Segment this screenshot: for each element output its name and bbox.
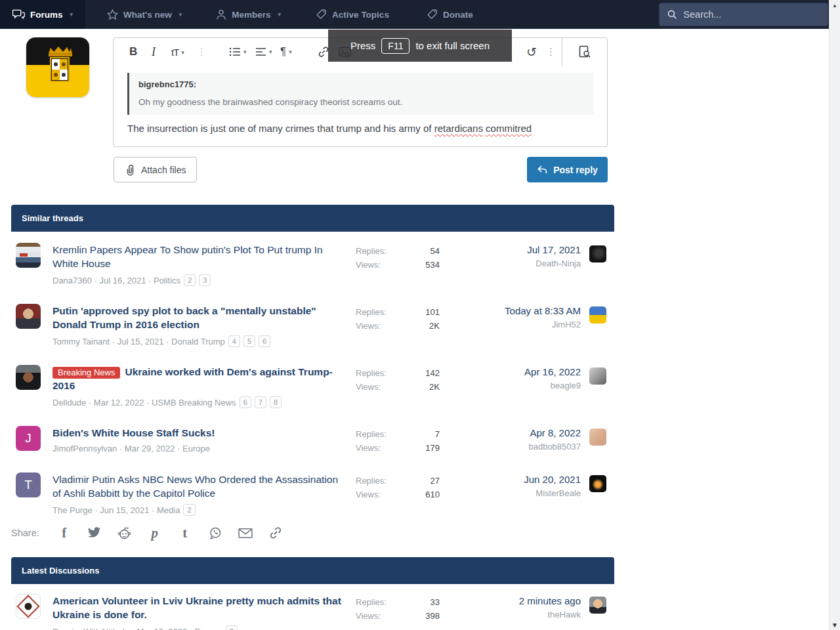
- last-post-user-link[interactable]: beagle9: [524, 381, 581, 390]
- italic-button[interactable]: I: [152, 45, 156, 59]
- scrollbar-up-icon[interactable]: ▲: [830, 3, 840, 9]
- more-options-button[interactable]: ⋮: [197, 46, 207, 58]
- thread-avatar[interactable]: J: [16, 426, 41, 451]
- last-post-avatar[interactable]: [589, 475, 606, 492]
- quote-author: bigrebnc1775:: [138, 79, 585, 89]
- thread-meta-text[interactable]: JimofPennsylvan · Mar 29, 2022 · Europe: [52, 444, 210, 453]
- scrollbar-track[interactable]: ▲ ▼: [829, 0, 840, 630]
- thread-meta-text[interactable]: Delldude · Mar 12, 2022 · USMB Breaking …: [52, 398, 236, 408]
- page-badge[interactable]: 2: [184, 274, 196, 286]
- thread-meta-text[interactable]: The Purge · Jun 15, 2021 · Media: [52, 505, 180, 515]
- page-badge[interactable]: 2: [226, 625, 238, 630]
- chevron-down-icon[interactable]: ▾: [179, 11, 182, 18]
- thread-title-link[interactable]: Putin 'approved spy plot to back a "ment…: [52, 305, 316, 330]
- views-label: Views:: [356, 488, 394, 501]
- bold-button[interactable]: B: [129, 45, 137, 58]
- search-box[interactable]: [659, 3, 828, 26]
- page-badge[interactable]: 4: [228, 335, 240, 347]
- thread-title-link[interactable]: Biden's White House Staff Sucks!: [52, 427, 215, 438]
- share-pinterest-icon[interactable]: p: [147, 525, 163, 541]
- preview-button[interactable]: [562, 38, 607, 66]
- last-post-date-link[interactable]: Apr 16, 2022: [524, 366, 581, 377]
- views-value: 179: [394, 441, 440, 455]
- share-row: Share: f p t: [11, 524, 284, 542]
- thread-meta-text[interactable]: RussianWithAttitude · Mar 12, 2022 · Eur…: [52, 627, 222, 630]
- last-post-date-link[interactable]: Today at 8:33 AM: [505, 305, 581, 316]
- page-badge[interactable]: 3: [199, 274, 211, 286]
- last-post-user-link[interactable]: MisterBeale: [524, 488, 581, 498]
- page-badge[interactable]: 6: [240, 396, 251, 408]
- share-tumblr-icon[interactable]: t: [177, 525, 193, 541]
- nav-item-donate[interactable]: Donate: [415, 0, 486, 29]
- views-value: 2K: [394, 380, 440, 394]
- last-post-date-link[interactable]: Jul 17, 2021: [527, 244, 581, 255]
- share-email-icon[interactable]: [238, 528, 253, 539]
- undo-button[interactable]: ↺: [526, 45, 537, 60]
- last-post-avatar[interactable]: [589, 306, 606, 324]
- align-button[interactable]: ▾: [255, 47, 272, 57]
- page-badge[interactable]: 8: [270, 396, 282, 408]
- last-post-avatar[interactable]: [589, 597, 606, 614]
- replies-value: 101: [394, 305, 440, 319]
- thread-meta-text[interactable]: Dana7360 · Jul 16, 2021 · Politics: [52, 276, 180, 285]
- nav-item-members[interactable]: Members ▾: [203, 0, 293, 29]
- chevron-down-icon[interactable]: ▾: [70, 11, 74, 18]
- page-badge[interactable]: 7: [255, 396, 266, 408]
- text-size-button[interactable]: tT▾: [171, 47, 184, 58]
- reply-icon: [537, 165, 548, 175]
- thread-title-link[interactable]: Kremlin Papers Appear To Show putin's Pl…: [52, 244, 323, 269]
- page-badge[interactable]: 6: [259, 335, 270, 347]
- list-button[interactable]: ▾: [229, 47, 247, 57]
- page-badge[interactable]: 5: [243, 335, 255, 347]
- current-user-avatar[interactable]: [26, 37, 89, 97]
- nav-item-active-topics[interactable]: Active Topics: [304, 0, 402, 29]
- views-value: 610: [394, 488, 440, 501]
- last-post-user-link[interactable]: Death-Ninja: [527, 259, 581, 268]
- last-post-user-link[interactable]: theHawk: [519, 610, 581, 620]
- nav-item-whats-new[interactable]: What's new ▾: [94, 0, 194, 29]
- last-post-date-link[interactable]: Apr 8, 2022: [528, 427, 581, 438]
- search-input[interactable]: [683, 9, 820, 20]
- last-post-user-link[interactable]: JimH52: [505, 320, 581, 329]
- post-reply-button[interactable]: Post reply: [527, 157, 608, 182]
- thread-last-post: Apr 8, 2022 badbob85037: [440, 426, 606, 455]
- chevron-down-icon[interactable]: ▾: [278, 11, 282, 18]
- thread-meta-text[interactable]: Tommy Tainant · Jul 15, 2021 · Donald Tr…: [52, 337, 225, 346]
- reply-editor-text[interactable]: The insurrection is just one of many cri…: [127, 123, 594, 134]
- align-icon: [255, 47, 266, 57]
- last-post-date-link[interactable]: 2 minutes ago: [519, 595, 581, 606]
- nav-item-forums[interactable]: Forums ▾: [0, 0, 85, 29]
- thread-avatar[interactable]: [16, 243, 41, 268]
- share-reddit-icon[interactable]: [117, 526, 133, 539]
- misspelled-word: retardicans: [434, 123, 483, 134]
- more-options-button[interactable]: ⋮: [546, 46, 556, 58]
- last-post-avatar[interactable]: [589, 368, 606, 385]
- share-link-icon[interactable]: [268, 526, 284, 539]
- last-post-avatar[interactable]: [589, 245, 606, 262]
- share-facebook-icon[interactable]: f: [56, 525, 72, 541]
- thread-avatar[interactable]: [16, 304, 41, 329]
- views-value: 398: [394, 609, 440, 623]
- reply-text: The insurrection is just one of many cri…: [127, 123, 434, 134]
- coat-of-arms-icon: [45, 44, 75, 86]
- share-twitter-icon[interactable]: [87, 527, 102, 539]
- paragraph-button[interactable]: ¶▾: [280, 45, 292, 58]
- breaking-news-badge: Breaking News: [52, 367, 120, 379]
- attach-files-button[interactable]: Attach files: [114, 157, 197, 182]
- section-header: Latest Discussions: [11, 557, 614, 584]
- last-post-avatar[interactable]: [589, 429, 606, 446]
- thread-title-link[interactable]: Vladimir Putin Asks NBC News Who Ordered…: [52, 474, 338, 499]
- share-whatsapp-icon[interactable]: [207, 526, 223, 539]
- top-nav: Forums ▾ What's new ▾ Members ▾ Active T…: [0, 0, 829, 29]
- last-post-date-link[interactable]: Jun 20, 2021: [524, 474, 581, 485]
- page-badge[interactable]: 2: [183, 504, 195, 516]
- user-icon: [216, 9, 226, 20]
- thread-stats: Replies:Views: 27610: [356, 472, 440, 516]
- scrollbar-down-icon[interactable]: ▼: [830, 621, 840, 629]
- thread-avatar[interactable]: T: [16, 472, 41, 497]
- thread-avatar[interactable]: [16, 365, 41, 390]
- last-post-user-link[interactable]: badbob85037: [528, 442, 581, 452]
- thread-title-link[interactable]: American Volunteer in Lviv Ukraine prett…: [52, 595, 341, 620]
- section-header: Similar threads: [11, 205, 614, 232]
- thread-avatar[interactable]: [16, 594, 41, 619]
